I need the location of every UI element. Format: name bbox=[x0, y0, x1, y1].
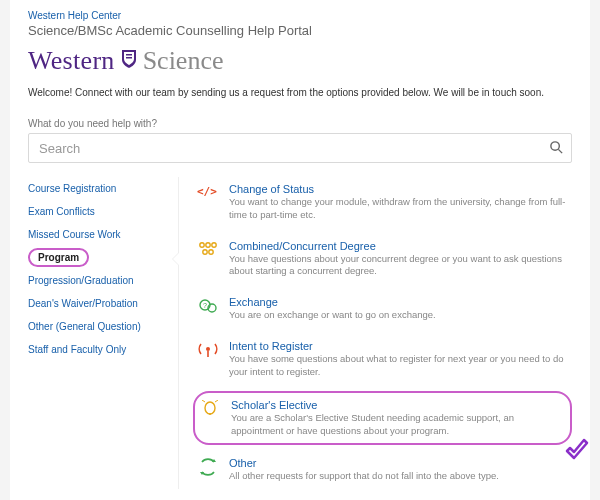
sidebar-item-progression-graduation[interactable]: Progression/Graduation bbox=[28, 269, 168, 292]
refresh-icon bbox=[197, 457, 219, 483]
svg-point-13 bbox=[206, 347, 210, 351]
option-other[interactable]: OtherAll other requests for support that… bbox=[193, 451, 572, 489]
sidebar-item-exam-conflicts[interactable]: Exam Conflicts bbox=[28, 200, 168, 223]
svg-line-3 bbox=[558, 149, 562, 153]
option-desc: You are a Scholar's Elective Student nee… bbox=[231, 412, 566, 438]
option-desc: You have questions about your concurrent… bbox=[229, 253, 568, 279]
svg-point-2 bbox=[551, 142, 559, 150]
search-container bbox=[28, 133, 572, 163]
svg-rect-1 bbox=[126, 57, 132, 59]
sidebar-item-label: Staff and Faculty Only bbox=[28, 344, 126, 355]
option-desc: You are on exchange or want to go on exc… bbox=[229, 309, 436, 322]
option-title: Combined/Concurrent Degree bbox=[229, 240, 568, 252]
sidebar-item-course-registration[interactable]: Course Registration bbox=[28, 177, 168, 200]
portal-title: Science/BMSc Academic Counselling Help P… bbox=[28, 23, 572, 38]
search-prompt: What do you need help with? bbox=[28, 118, 572, 129]
option-combined-concurrent[interactable]: Combined/Concurrent DegreeYou have quest… bbox=[193, 234, 572, 285]
option-title: Change of Status bbox=[229, 183, 568, 195]
option-title: Other bbox=[229, 457, 499, 469]
option-title: Intent to Register bbox=[229, 340, 568, 352]
welcome-text: Welcome! Connect with our team by sendin… bbox=[28, 86, 572, 100]
option-desc: You have some questions about what to re… bbox=[229, 353, 568, 379]
sidebar-item-label: Missed Course Work bbox=[28, 229, 121, 240]
option-desc: You want to change your module, withdraw… bbox=[229, 196, 568, 222]
option-change-of-status[interactable]: </> Change of StatusYou want to change y… bbox=[193, 177, 572, 228]
svg-point-6 bbox=[206, 242, 210, 246]
lightbulb-icon bbox=[199, 399, 221, 438]
svg-rect-0 bbox=[126, 54, 132, 56]
checkmark-icon bbox=[564, 438, 590, 464]
sidebar: Course Registration Exam Conflicts Misse… bbox=[28, 177, 168, 489]
sidebar-item-deans-waiver-probation[interactable]: Dean's Waiver/Probation bbox=[28, 292, 168, 315]
option-intent-to-register[interactable]: Intent to RegisterYou have some question… bbox=[193, 334, 572, 385]
sidebar-item-label: Dean's Waiver/Probation bbox=[28, 298, 138, 309]
svg-point-15 bbox=[205, 402, 215, 414]
logo-science: Science bbox=[143, 46, 224, 76]
svg-line-18 bbox=[215, 400, 218, 402]
sidebar-item-staff-faculty[interactable]: Staff and Faculty Only bbox=[28, 338, 168, 361]
sidebar-item-label: Progression/Graduation bbox=[28, 275, 134, 286]
svg-text:</>: </> bbox=[197, 185, 217, 198]
search-input[interactable] bbox=[28, 133, 572, 163]
breadcrumb[interactable]: Western Help Center bbox=[28, 10, 572, 21]
svg-point-5 bbox=[200, 242, 204, 246]
search-icon[interactable] bbox=[549, 140, 564, 155]
option-scholars-elective[interactable]: Scholar's ElectiveYou are a Scholar's El… bbox=[193, 391, 572, 446]
svg-point-7 bbox=[212, 242, 216, 246]
chat-question-icon: ? bbox=[197, 296, 219, 322]
option-title: Scholar's Elective bbox=[231, 399, 566, 411]
sidebar-item-label: Other (General Question) bbox=[28, 321, 141, 332]
svg-point-8 bbox=[203, 249, 207, 253]
option-exchange[interactable]: ? ExchangeYou are on exchange or want to… bbox=[193, 290, 572, 328]
option-desc: All other requests for support that do n… bbox=[229, 470, 499, 483]
sidebar-item-label: Program bbox=[28, 248, 89, 267]
sidebar-item-missed-course-work[interactable]: Missed Course Work bbox=[28, 223, 168, 246]
divider bbox=[178, 177, 179, 489]
brand-logo: Western Science bbox=[28, 46, 572, 76]
broadcast-icon bbox=[197, 340, 219, 379]
sidebar-item-label: Exam Conflicts bbox=[28, 206, 95, 217]
logo-western: Western bbox=[28, 46, 115, 76]
sidebar-item-label: Course Registration bbox=[28, 183, 116, 194]
svg-text:?: ? bbox=[203, 302, 207, 309]
svg-point-9 bbox=[209, 249, 213, 253]
page: Western Help Center Science/BMSc Academi… bbox=[10, 0, 590, 500]
code-icon: </> bbox=[197, 183, 219, 222]
crest-icon bbox=[121, 49, 137, 69]
options-list: </> Change of StatusYou want to change y… bbox=[189, 177, 572, 489]
svg-line-17 bbox=[202, 400, 205, 402]
sidebar-item-program[interactable]: Program bbox=[28, 246, 168, 269]
people-icon bbox=[197, 240, 219, 279]
option-title: Exchange bbox=[229, 296, 436, 308]
sidebar-item-other-general[interactable]: Other (General Question) bbox=[28, 315, 168, 338]
